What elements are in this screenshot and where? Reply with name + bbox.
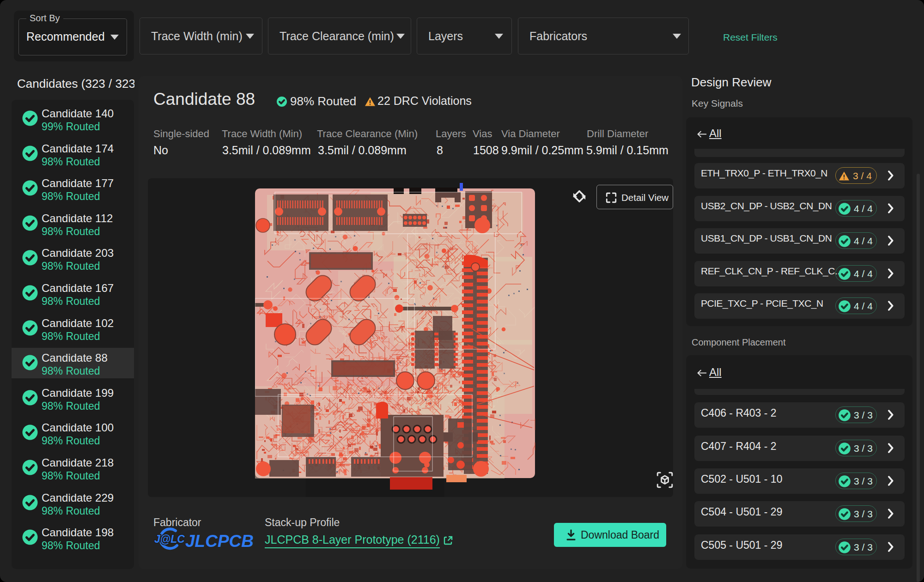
svg-text:J@LC: J@LC [154, 533, 185, 545]
svg-text:JLCPCB: JLCPCB [185, 532, 254, 551]
